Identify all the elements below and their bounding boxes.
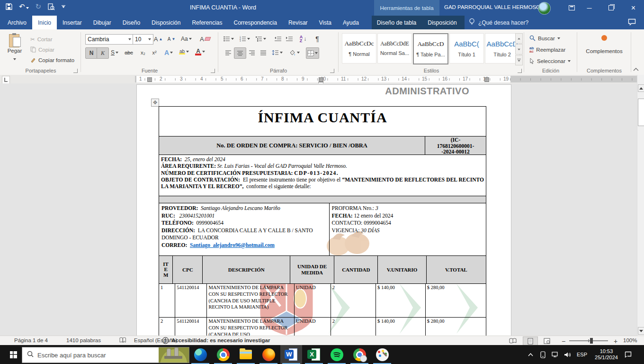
taskbar-word[interactable]: W <box>280 345 302 364</box>
tell-me-box[interactable]: ¿Qué desea hacer? <box>469 16 528 29</box>
undo-button[interactable]: ↶ <box>19 2 29 11</box>
clipboard-dialog-launcher[interactable] <box>73 69 78 73</box>
subscript-button[interactable]: x₂ <box>137 47 149 58</box>
zoom-in-button[interactable]: + <box>614 337 617 345</box>
tray-volume-icon[interactable] <box>562 352 573 358</box>
numbering-button[interactable]: 123 <box>239 34 251 44</box>
bullets-button[interactable] <box>223 34 235 44</box>
style-titulo-1[interactable]: AaBbC(Título 1 <box>449 33 484 64</box>
align-center-button[interactable] <box>234 47 246 59</box>
page-indicator[interactable]: Página 1 de 4 <box>14 337 48 343</box>
tray-language[interactable]: ESP <box>577 352 587 357</box>
styles-scroll-up[interactable] <box>515 33 523 44</box>
select-button[interactable]: Seleccionar <box>529 56 571 66</box>
cut-button[interactable]: ✂Cortar <box>30 34 74 45</box>
tab-insertar[interactable]: Insertar <box>57 16 88 29</box>
strikethrough-button[interactable]: abc <box>123 47 134 58</box>
word-count[interactable]: 1410 palabras <box>66 337 101 343</box>
table-column-marker[interactable] <box>147 77 152 82</box>
proofing-icon[interactable] <box>119 337 126 345</box>
search-highlight-image[interactable] <box>159 347 189 363</box>
style-normal-sa[interactable]: AaBbCcDdENormal Sa... <box>377 33 412 64</box>
paste-button[interactable]: ​Pegar <box>5 33 25 62</box>
increase-indent-button[interactable] <box>283 34 295 44</box>
copy-button[interactable]: Copiar <box>30 45 74 55</box>
align-left-button[interactable] <box>223 47 234 58</box>
styles-scroll-down[interactable] <box>515 44 523 55</box>
styles-dialog-launcher[interactable] <box>518 69 522 73</box>
taskbar-search[interactable] <box>22 347 189 363</box>
zoom-level[interactable]: 100% <box>623 337 637 343</box>
zoom-slider-thumb[interactable] <box>590 338 593 344</box>
start-button[interactable] <box>5 345 22 364</box>
highlight-button[interactable]: ab <box>178 46 190 57</box>
accessibility-icon[interactable] <box>162 337 169 345</box>
shrink-font-button[interactable]: A▼ <box>166 34 177 44</box>
save-icon[interactable] <box>6 3 12 10</box>
accessibility-status[interactable]: Accesibilidad: es necesario investigar <box>171 337 270 343</box>
clear-formatting-button[interactable]: A <box>199 34 211 44</box>
taskbar-excel[interactable]: X <box>303 345 325 364</box>
paragraph-dialog-launcher[interactable] <box>330 69 334 73</box>
account-avatar[interactable] <box>538 2 551 15</box>
table-column-marker[interactable] <box>484 77 489 82</box>
read-mode-button[interactable] <box>506 337 520 345</box>
maximize-button[interactable] <box>600 0 622 16</box>
taskbar-edge[interactable] <box>189 345 211 364</box>
tab-inicio[interactable]: Inicio <box>32 16 57 29</box>
change-case-button[interactable]: Aa <box>180 34 193 44</box>
align-right-button[interactable] <box>246 47 258 58</box>
addins-button[interactable]: Complementos <box>578 34 631 54</box>
table-move-handle[interactable]: ✥ <box>151 99 159 107</box>
tab-correspondencia[interactable]: Correspondencia <box>228 16 282 29</box>
tray-phone-icon[interactable] <box>537 351 548 358</box>
scroll-down-arrow[interactable] <box>638 327 644 335</box>
action-center-icon[interactable] <box>623 351 634 358</box>
account-name[interactable]: GAD PARROQUIAL VALLE HERMOSO <box>444 4 540 10</box>
font-color-button[interactable]: A <box>194 46 206 57</box>
tab-archivo[interactable]: Archivo <box>2 16 32 29</box>
tab-referencias[interactable]: Referencias <box>186 16 228 29</box>
find-button[interactable]: Buscar <box>529 33 560 44</box>
justify-button[interactable] <box>258 47 269 58</box>
zoom-slider[interactable] <box>569 340 608 341</box>
bold-button[interactable]: N <box>85 47 98 59</box>
superscript-button[interactable]: x² <box>149 47 160 58</box>
taskbar-chrome[interactable] <box>212 345 234 364</box>
format-painter-button[interactable]: Copiar formato <box>30 55 74 65</box>
tab-stop-selector[interactable] <box>2 76 10 84</box>
tab-vista[interactable]: Vista <box>313 16 337 29</box>
replace-button[interactable]: abacReemplazar <box>529 45 565 55</box>
collapse-ribbon-icon[interactable] <box>633 64 639 73</box>
underline-button[interactable]: S <box>109 47 120 58</box>
email-link[interactable]: Santiago_alejandro96@hotmail.com <box>190 242 275 248</box>
italic-button[interactable]: K <box>97 47 109 59</box>
style-table-paragraph[interactable]: AaBbCcD¶ Table Pa... <box>413 33 448 64</box>
tray-clock[interactable]: 10:5325/1/2024 <box>595 348 618 361</box>
style-normal[interactable]: AaBbCcDc¶ Normal <box>342 33 376 64</box>
minimize-button[interactable]: ─ <box>579 0 600 16</box>
scrollbar-thumb[interactable] <box>638 99 644 126</box>
decrease-indent-button[interactable] <box>272 34 283 44</box>
font-dialog-launcher[interactable] <box>211 69 215 73</box>
web-layout-button[interactable] <box>540 337 554 345</box>
tab-disposicion[interactable]: Disposición <box>146 16 186 29</box>
horizontal-ruler[interactable]: 12 34 56 78 910 1112 1314 1516 1718 19 <box>135 76 637 82</box>
show-marks-button[interactable]: ¶ <box>312 34 323 44</box>
multilevel-list-button[interactable] <box>255 34 267 44</box>
line-spacing-button[interactable] <box>271 47 284 58</box>
print-layout-button[interactable] <box>523 337 538 346</box>
tab-ayuda[interactable]: Ayuda <box>337 16 365 29</box>
font-size-combo[interactable]: 10 <box>133 34 153 45</box>
grow-font-button[interactable]: A▲ <box>152 34 164 44</box>
font-name-combo[interactable]: Cambria <box>85 34 134 45</box>
style-titulo-2[interactable]: AaBbCcDTítulo 2 <box>485 33 519 64</box>
vertical-scrollbar[interactable] <box>637 75 644 336</box>
shading-button[interactable] <box>288 47 301 58</box>
taskbar-firefox[interactable] <box>258 345 279 364</box>
text-effects-button[interactable]: A <box>163 47 174 58</box>
styles-gallery-more[interactable] <box>515 55 523 65</box>
tab-disposicion-tabla[interactable]: Disposición <box>422 16 462 29</box>
sort-button[interactable]: AZ↓ <box>297 34 309 44</box>
table-column-marker[interactable] <box>319 77 323 82</box>
